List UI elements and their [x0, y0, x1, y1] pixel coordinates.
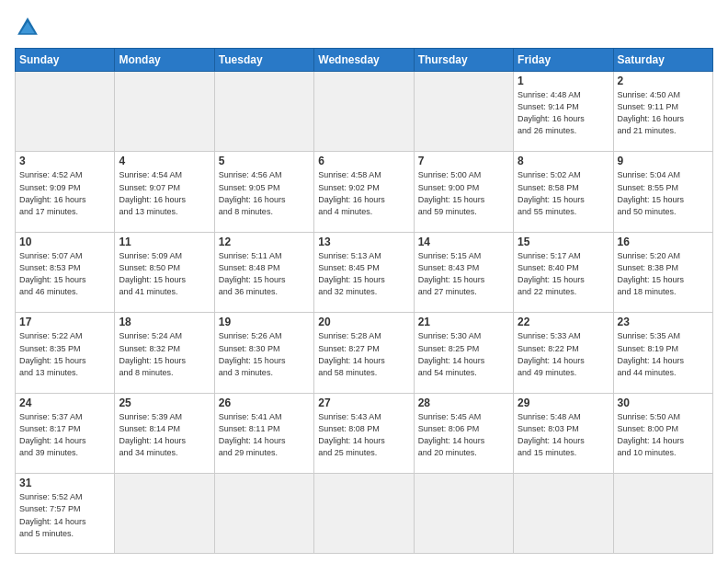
day-number: 7 — [418, 155, 509, 167]
day-info: Sunrise: 5:33 AM Sunset: 8:22 PM Dayligh… — [518, 330, 609, 378]
day-info: Sunrise: 5:11 AM Sunset: 8:48 PM Dayligh… — [219, 250, 310, 298]
day-number: 8 — [518, 155, 609, 167]
calendar-cell: 4Sunrise: 4:54 AM Sunset: 9:07 PM Daylig… — [115, 152, 214, 232]
calendar-cell: 19Sunrise: 5:26 AM Sunset: 8:30 PM Dayli… — [214, 313, 313, 393]
calendar-cell: 12Sunrise: 5:11 AM Sunset: 8:48 PM Dayli… — [214, 232, 313, 312]
day-info: Sunrise: 5:43 AM Sunset: 8:08 PM Dayligh… — [318, 411, 409, 459]
day-number: 19 — [219, 316, 310, 328]
calendar-cell: 31Sunrise: 5:52 AM Sunset: 7:57 PM Dayli… — [16, 474, 115, 554]
day-info: Sunrise: 5:17 AM Sunset: 8:40 PM Dayligh… — [518, 250, 609, 298]
day-info: Sunrise: 5:41 AM Sunset: 8:11 PM Dayligh… — [219, 411, 310, 459]
calendar-cell: 11Sunrise: 5:09 AM Sunset: 8:50 PM Dayli… — [115, 232, 214, 312]
day-number: 13 — [318, 236, 409, 248]
calendar-cell — [214, 474, 313, 554]
week-row-2: 10Sunrise: 5:07 AM Sunset: 8:53 PM Dayli… — [16, 232, 713, 312]
day-info: Sunrise: 5:13 AM Sunset: 8:45 PM Dayligh… — [318, 250, 409, 298]
calendar-cell: 6Sunrise: 4:58 AM Sunset: 9:02 PM Daylig… — [314, 152, 414, 232]
day-info: Sunrise: 4:50 AM Sunset: 9:11 PM Dayligh… — [618, 89, 709, 137]
day-info: Sunrise: 5:22 AM Sunset: 8:35 PM Dayligh… — [19, 330, 110, 378]
day-number: 23 — [618, 316, 709, 328]
day-number: 12 — [219, 236, 310, 248]
day-number: 16 — [618, 236, 709, 248]
calendar-cell: 2Sunrise: 4:50 AM Sunset: 9:11 PM Daylig… — [613, 72, 712, 152]
day-info: Sunrise: 5:28 AM Sunset: 8:27 PM Dayligh… — [318, 330, 409, 378]
day-number: 1 — [518, 75, 609, 87]
calendar-cell: 7Sunrise: 5:00 AM Sunset: 9:00 PM Daylig… — [414, 152, 513, 232]
weekday-header-wednesday: Wednesday — [314, 49, 414, 72]
day-info: Sunrise: 5:02 AM Sunset: 8:58 PM Dayligh… — [518, 169, 609, 217]
weekday-header-monday: Monday — [115, 49, 214, 72]
day-number: 18 — [119, 316, 210, 328]
calendar-cell — [414, 474, 513, 554]
calendar-cell: 22Sunrise: 5:33 AM Sunset: 8:22 PM Dayli… — [514, 313, 613, 393]
calendar-cell: 3Sunrise: 4:52 AM Sunset: 9:09 PM Daylig… — [16, 152, 115, 232]
day-info: Sunrise: 5:07 AM Sunset: 8:53 PM Dayligh… — [19, 250, 110, 298]
day-number: 4 — [119, 155, 210, 167]
calendar-cell: 1Sunrise: 4:48 AM Sunset: 9:14 PM Daylig… — [514, 72, 613, 152]
weekday-header-friday: Friday — [514, 49, 613, 72]
calendar-cell: 29Sunrise: 5:48 AM Sunset: 8:03 PM Dayli… — [514, 393, 613, 473]
day-number: 31 — [19, 477, 110, 489]
day-info: Sunrise: 5:45 AM Sunset: 8:06 PM Dayligh… — [418, 411, 509, 459]
weekday-header-tuesday: Tuesday — [214, 49, 313, 72]
day-info: Sunrise: 5:04 AM Sunset: 8:55 PM Dayligh… — [618, 169, 709, 217]
week-row-3: 17Sunrise: 5:22 AM Sunset: 8:35 PM Dayli… — [16, 313, 713, 393]
day-number: 15 — [518, 236, 609, 248]
calendar-cell: 20Sunrise: 5:28 AM Sunset: 8:27 PM Dayli… — [314, 313, 414, 393]
calendar-cell: 21Sunrise: 5:30 AM Sunset: 8:25 PM Dayli… — [414, 313, 513, 393]
weekday-header-thursday: Thursday — [414, 49, 513, 72]
calendar-cell — [16, 72, 115, 152]
calendar-cell — [214, 72, 313, 152]
day-info: Sunrise: 5:09 AM Sunset: 8:50 PM Dayligh… — [119, 250, 210, 298]
calendar-cell: 10Sunrise: 5:07 AM Sunset: 8:53 PM Dayli… — [16, 232, 115, 312]
day-info: Sunrise: 5:00 AM Sunset: 9:00 PM Dayligh… — [418, 169, 509, 217]
day-info: Sunrise: 4:52 AM Sunset: 9:09 PM Dayligh… — [19, 169, 110, 217]
day-number: 30 — [618, 396, 709, 409]
day-info: Sunrise: 5:37 AM Sunset: 8:17 PM Dayligh… — [19, 411, 110, 459]
calendar-cell — [613, 474, 712, 554]
calendar-cell: 14Sunrise: 5:15 AM Sunset: 8:43 PM Dayli… — [414, 232, 513, 312]
calendar-table: SundayMondayTuesdayWednesdayThursdayFrid… — [15, 48, 713, 554]
day-number: 6 — [318, 155, 409, 167]
day-number: 29 — [518, 396, 609, 409]
day-info: Sunrise: 4:54 AM Sunset: 9:07 PM Dayligh… — [119, 169, 210, 217]
weekday-header-saturday: Saturday — [613, 49, 712, 72]
day-number: 25 — [119, 396, 210, 409]
day-info: Sunrise: 5:50 AM Sunset: 8:00 PM Dayligh… — [618, 411, 709, 459]
day-number: 5 — [219, 155, 310, 167]
day-number: 10 — [19, 236, 110, 248]
day-number: 28 — [418, 396, 509, 409]
calendar-cell: 27Sunrise: 5:43 AM Sunset: 8:08 PM Dayli… — [314, 393, 414, 473]
weekday-header-sunday: Sunday — [16, 49, 115, 72]
calendar-cell: 23Sunrise: 5:35 AM Sunset: 8:19 PM Dayli… — [613, 313, 712, 393]
calendar-cell: 17Sunrise: 5:22 AM Sunset: 8:35 PM Dayli… — [16, 313, 115, 393]
calendar-cell: 9Sunrise: 5:04 AM Sunset: 8:55 PM Daylig… — [613, 152, 712, 232]
day-info: Sunrise: 5:48 AM Sunset: 8:03 PM Dayligh… — [518, 411, 609, 459]
day-info: Sunrise: 5:30 AM Sunset: 8:25 PM Dayligh… — [418, 330, 509, 378]
day-info: Sunrise: 5:24 AM Sunset: 8:32 PM Dayligh… — [119, 330, 210, 378]
logo-icon — [15, 15, 40, 40]
day-info: Sunrise: 4:58 AM Sunset: 9:02 PM Dayligh… — [318, 169, 409, 217]
day-number: 3 — [19, 155, 110, 167]
day-number: 24 — [19, 396, 110, 409]
calendar-cell: 30Sunrise: 5:50 AM Sunset: 8:00 PM Dayli… — [613, 393, 712, 473]
calendar-cell — [115, 72, 214, 152]
calendar-cell: 26Sunrise: 5:41 AM Sunset: 8:11 PM Dayli… — [214, 393, 313, 473]
day-info: Sunrise: 5:20 AM Sunset: 8:38 PM Dayligh… — [618, 250, 709, 298]
day-info: Sunrise: 5:26 AM Sunset: 8:30 PM Dayligh… — [219, 330, 310, 378]
day-number: 2 — [618, 75, 709, 87]
calendar-page: SundayMondayTuesdayWednesdayThursdayFrid… — [0, 0, 728, 563]
calendar-cell: 16Sunrise: 5:20 AM Sunset: 8:38 PM Dayli… — [613, 232, 712, 312]
calendar-cell: 25Sunrise: 5:39 AM Sunset: 8:14 PM Dayli… — [115, 393, 214, 473]
day-number: 21 — [418, 316, 509, 328]
calendar-cell: 8Sunrise: 5:02 AM Sunset: 8:58 PM Daylig… — [514, 152, 613, 232]
calendar-cell — [314, 474, 414, 554]
day-info: Sunrise: 5:15 AM Sunset: 8:43 PM Dayligh… — [418, 250, 509, 298]
calendar-cell: 13Sunrise: 5:13 AM Sunset: 8:45 PM Dayli… — [314, 232, 414, 312]
day-number: 9 — [618, 155, 709, 167]
week-row-1: 3Sunrise: 4:52 AM Sunset: 9:09 PM Daylig… — [16, 152, 713, 232]
logo — [15, 15, 44, 40]
day-info: Sunrise: 4:56 AM Sunset: 9:05 PM Dayligh… — [219, 169, 310, 217]
week-row-4: 24Sunrise: 5:37 AM Sunset: 8:17 PM Dayli… — [16, 393, 713, 473]
calendar-cell: 28Sunrise: 5:45 AM Sunset: 8:06 PM Dayli… — [414, 393, 513, 473]
